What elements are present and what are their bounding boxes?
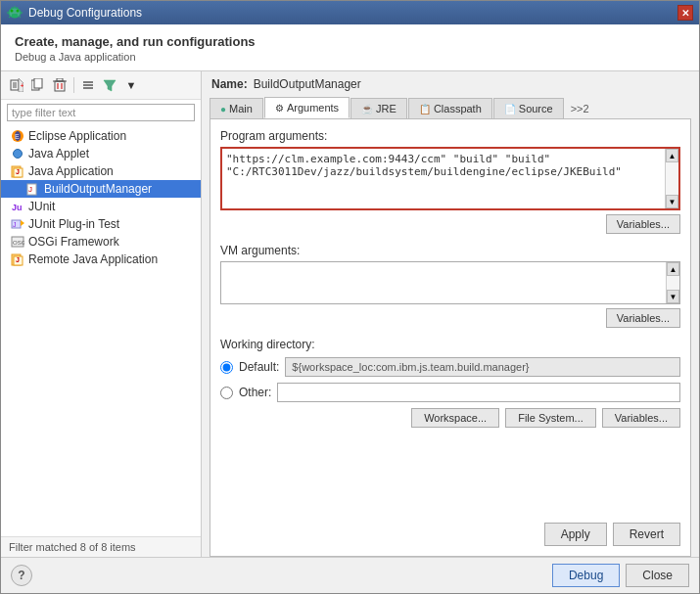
svg-text:J: J (16, 256, 20, 263)
other-dir-field[interactable] (277, 383, 680, 402)
applet-icon (11, 147, 24, 160)
tab-source-label: Source (519, 103, 553, 114)
svg-marker-27 (104, 80, 116, 91)
scroll-track (666, 162, 678, 195)
svg-text:J: J (28, 185, 32, 194)
revert-btn[interactable]: Revert (613, 523, 680, 546)
name-value: BuildOutputManager (254, 77, 361, 91)
tree-item-remote-java[interactable]: J Remote Java Application (1, 251, 201, 268)
new-config-btn[interactable]: + (7, 75, 26, 95)
tree-item-label: JUnit (28, 200, 55, 213)
svg-line-9 (19, 16, 21, 18)
scroll-down-btn[interactable]: ▼ (666, 195, 678, 208)
duplicate-config-btn[interactable] (28, 75, 48, 95)
svg-text:+: + (21, 81, 24, 90)
help-btn[interactable]: ? (11, 565, 32, 586)
dialog-body: + ▼ (1, 71, 699, 557)
collapse-btn[interactable] (78, 75, 98, 95)
dialog-main-title: Create, manage, and run configurations (15, 34, 685, 49)
program-args-scrollbar: ▲ ▼ (665, 149, 678, 208)
tab-arguments[interactable]: ⚙ Arguments (264, 97, 350, 118)
program-args-label: Program arguments: (220, 129, 680, 143)
apply-btn[interactable]: Apply (544, 523, 607, 546)
vm-args-input[interactable] (221, 262, 666, 303)
tree-item-eclipse-app[interactable]: E Eclipse Application (1, 127, 201, 145)
java-app-icon: J (11, 164, 24, 178)
program-args-section: Program arguments: "https://clm.example.… (220, 129, 680, 234)
close-btn[interactable]: Close (626, 564, 689, 587)
working-dir-section: Working directory: Default: Other: Works… (220, 338, 680, 428)
tab-classpath-label: Classpath (434, 103, 482, 114)
delete-config-btn[interactable] (50, 75, 70, 95)
jre-tab-icon: ☕ (361, 104, 373, 114)
vm-scroll-up-btn[interactable]: ▲ (667, 262, 679, 276)
filter-input[interactable] (7, 104, 195, 121)
program-args-input[interactable]: "https://clm.example.com:9443/ccm" "buil… (222, 149, 665, 208)
tree-item-java-applet[interactable]: Java Applet (1, 145, 201, 162)
dropdown-btn[interactable]: ▼ (121, 75, 141, 95)
tree-item-build-output-mgr[interactable]: J BuildOutputManager (1, 180, 201, 198)
debug-configurations-dialog: Debug Configurations ✕ Create, manage, a… (0, 0, 700, 594)
tree-item-osgi[interactable]: OSGi OSGi Framework (1, 233, 201, 251)
svg-rect-21 (57, 78, 63, 81)
other-radio-label: Other: (239, 386, 271, 399)
svg-text:J: J (16, 168, 20, 175)
filter-btn[interactable] (100, 75, 119, 95)
title-bar-text: Debug Configurations (28, 6, 142, 20)
vm-scroll-down-btn[interactable]: ▼ (667, 290, 679, 303)
svg-point-1 (11, 10, 14, 13)
tree-item-label: JUnit Plug-in Test (28, 217, 119, 231)
filesystem-btn[interactable]: File System... (505, 408, 596, 428)
left-toolbar: + ▼ (1, 71, 201, 100)
tree-item-java-app[interactable]: J Java Application (1, 162, 201, 180)
working-dir-label: Working directory: (220, 338, 680, 351)
toolbar-separator (73, 77, 74, 93)
svg-point-2 (17, 10, 20, 13)
left-panel: + ▼ (1, 71, 202, 557)
svg-line-8 (9, 16, 11, 18)
scroll-up-btn[interactable]: ▲ (666, 149, 678, 162)
left-status: Filter matched 8 of 8 items (1, 536, 201, 557)
vm-args-wrapper: ▲ ▼ (220, 261, 680, 304)
eclipse-icon: E (11, 129, 24, 143)
variables-btn-3[interactable]: Variables... (602, 408, 680, 428)
close-title-btn[interactable]: ✕ (677, 5, 693, 21)
tree-item-label: OSGi Framework (28, 235, 119, 249)
debug-btn[interactable]: Debug (552, 564, 620, 587)
tree-item-junit-plugin[interactable]: J JUnit Plug-in Test (1, 215, 201, 233)
tree-item-label: Java Applet (28, 147, 89, 160)
program-args-wrapper: "https://clm.example.com:9443/ccm" "buil… (220, 147, 680, 210)
svg-rect-19 (55, 81, 65, 91)
spacer (220, 437, 680, 513)
dir-buttons: Workspace... File System... Variables... (220, 408, 680, 428)
other-radio[interactable] (220, 387, 233, 399)
other-radio-row: Other: (220, 383, 680, 402)
tree-item-junit[interactable]: Ju JUnit (1, 198, 201, 215)
tabs-bar: ● Main ⚙ Arguments ☕ JRE 📋 Classpath 📄 (202, 97, 699, 118)
vm-args-variables-btn[interactable]: Variables... (606, 308, 680, 328)
tree-item-label: Remote Java Application (28, 252, 158, 266)
default-dir-field[interactable] (285, 357, 680, 377)
tab-classpath[interactable]: 📋 Classpath (408, 98, 492, 118)
remote-java-icon: J (11, 252, 24, 266)
tree-item-label: Java Application (28, 164, 114, 178)
tab-main[interactable]: ● Main (210, 98, 263, 118)
program-args-variables-btn[interactable]: Variables... (606, 214, 680, 234)
svg-text:Ju: Ju (12, 203, 23, 212)
apply-revert-row: Apply Revert (220, 523, 680, 546)
tree-item-label: BuildOutputManager (44, 182, 152, 196)
name-label: Name: (211, 77, 248, 91)
svg-marker-39 (21, 220, 24, 226)
vm-args-section: VM arguments: ▲ ▼ Variables... (220, 244, 680, 328)
tab-source[interactable]: 📄 Source (493, 98, 564, 118)
build-output-icon: J (26, 182, 40, 196)
default-radio[interactable] (220, 361, 233, 374)
tab-jre[interactable]: ☕ JRE (350, 98, 407, 118)
junit-plugin-icon: J (11, 217, 24, 231)
workspace-btn[interactable]: Workspace... (411, 408, 499, 428)
vm-scroll-track (667, 276, 679, 290)
tab-arguments-label: Arguments (287, 102, 339, 114)
tab-main-label: Main (229, 103, 253, 114)
tab-overflow[interactable]: >>2 (565, 99, 595, 118)
svg-text:J: J (13, 221, 17, 228)
